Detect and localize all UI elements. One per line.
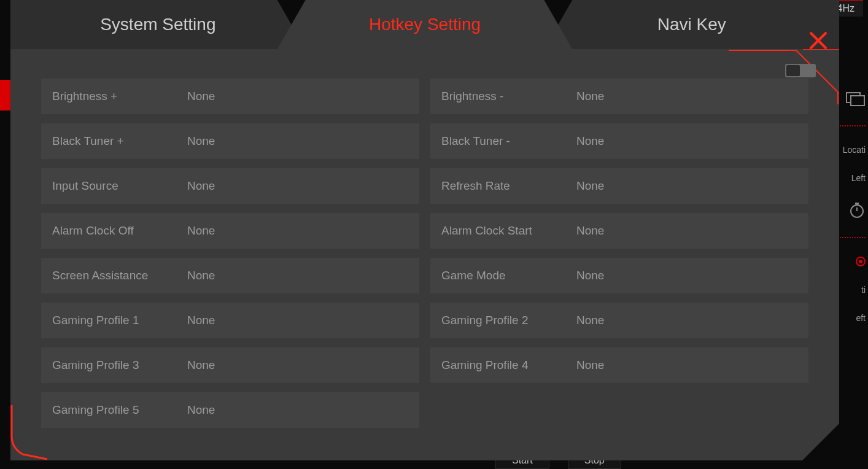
hotkey-label: Input Source bbox=[52, 179, 187, 193]
hotkey-grid: Brightness + None Brightness - None Blac… bbox=[41, 79, 808, 428]
hotkey-label: Gaming Profile 5 bbox=[52, 403, 187, 417]
settings-dialog: System Setting Hotkey Setting Navi Key B… bbox=[10, 0, 839, 460]
hotkey-label: Refresh Rate bbox=[441, 179, 576, 193]
hotkey-label: Screen Assistance bbox=[52, 269, 187, 282]
hotkey-row-alarm-clock-off[interactable]: Alarm Clock Off None bbox=[41, 213, 419, 249]
stopwatch-icon bbox=[848, 201, 866, 219]
radio-dot-icon bbox=[856, 257, 866, 266]
close-button[interactable] bbox=[807, 29, 829, 52]
hotkey-value: None bbox=[576, 269, 604, 282]
hotkey-value: None bbox=[187, 224, 215, 238]
bg-left-label: Left bbox=[851, 173, 866, 183]
svg-rect-1 bbox=[851, 96, 864, 106]
hotkey-enable-toggle[interactable] bbox=[785, 64, 816, 77]
hotkey-value: None bbox=[187, 359, 215, 372]
hotkey-value: None bbox=[576, 224, 604, 238]
dotted-divider bbox=[835, 237, 866, 238]
hotkey-label: Black Tuner - bbox=[441, 134, 576, 148]
hotkey-label: Black Tuner + bbox=[52, 134, 187, 148]
hotkey-label: Gaming Profile 4 bbox=[441, 359, 576, 372]
hotkey-label: Brightness - bbox=[441, 90, 576, 103]
hotkey-label: Game Mode bbox=[441, 269, 576, 282]
hotkey-value: None bbox=[576, 90, 604, 103]
tab-system-setting[interactable]: System Setting bbox=[10, 0, 306, 49]
hotkey-row-black-tuner-minus[interactable]: Black Tuner - None bbox=[430, 123, 808, 159]
tab-navi-key[interactable]: Navi Key bbox=[544, 0, 839, 49]
close-icon bbox=[807, 29, 829, 52]
hotkey-row-brightness-minus[interactable]: Brightness - None bbox=[430, 79, 808, 114]
toggle-knob bbox=[786, 65, 800, 76]
hotkey-value: None bbox=[576, 134, 604, 148]
tab-hotkey-setting[interactable]: Hotkey Setting bbox=[277, 0, 573, 49]
dialog-body: Brightness + None Brightness - None Blac… bbox=[10, 49, 839, 460]
dialog-tabs: System Setting Hotkey Setting Navi Key bbox=[10, 0, 839, 49]
hotkey-value: None bbox=[187, 134, 215, 148]
hotkey-label: Alarm Clock Start bbox=[441, 224, 576, 238]
hotkey-row-gaming-profile-1[interactable]: Gaming Profile 1 None bbox=[41, 303, 419, 338]
hotkey-value: None bbox=[576, 314, 604, 327]
hotkey-value: None bbox=[187, 179, 215, 193]
hotkey-value: None bbox=[187, 90, 215, 103]
hotkey-row-empty bbox=[430, 392, 808, 428]
hotkey-row-black-tuner-plus[interactable]: Black Tuner + None bbox=[41, 123, 419, 159]
hotkey-value: None bbox=[187, 403, 215, 417]
hotkey-label: Brightness + bbox=[52, 90, 187, 103]
hotkey-row-game-mode[interactable]: Game Mode None bbox=[430, 258, 808, 293]
hotkey-row-alarm-clock-start[interactable]: Alarm Clock Start None bbox=[430, 213, 808, 249]
hotkey-label: Gaming Profile 1 bbox=[52, 314, 187, 327]
hotkey-label: Alarm Clock Off bbox=[52, 224, 187, 238]
bg-location-label: Locati bbox=[843, 145, 866, 155]
monitors-icon bbox=[846, 92, 866, 107]
bg-ti-label: ti bbox=[861, 285, 866, 295]
hotkey-row-gaming-profile-5[interactable]: Gaming Profile 5 None bbox=[41, 392, 419, 428]
hotkey-row-brightness-plus[interactable]: Brightness + None bbox=[41, 79, 419, 114]
bg-eft-label: eft bbox=[856, 313, 866, 323]
hotkey-value: None bbox=[576, 179, 604, 193]
bg-red-accent bbox=[0, 80, 11, 110]
dotted-divider bbox=[835, 125, 866, 126]
hotkey-label: Gaming Profile 2 bbox=[441, 314, 576, 327]
hotkey-row-gaming-profile-2[interactable]: Gaming Profile 2 None bbox=[430, 303, 808, 338]
hotkey-value: None bbox=[576, 359, 604, 372]
hotkey-row-gaming-profile-3[interactable]: Gaming Profile 3 None bbox=[41, 347, 419, 383]
svg-point-6 bbox=[859, 260, 862, 263]
hotkey-row-input-source[interactable]: Input Source None bbox=[41, 168, 419, 204]
hotkey-row-gaming-profile-4[interactable]: Gaming Profile 4 None bbox=[430, 347, 808, 383]
hotkey-row-screen-assistance[interactable]: Screen Assistance None bbox=[41, 258, 419, 293]
hotkey-label: Gaming Profile 3 bbox=[52, 359, 187, 372]
svg-rect-3 bbox=[855, 203, 859, 204]
hotkey-row-refresh-rate[interactable]: Refresh Rate None bbox=[430, 168, 808, 204]
hotkey-value: None bbox=[187, 269, 215, 282]
hotkey-value: None bbox=[187, 314, 215, 327]
